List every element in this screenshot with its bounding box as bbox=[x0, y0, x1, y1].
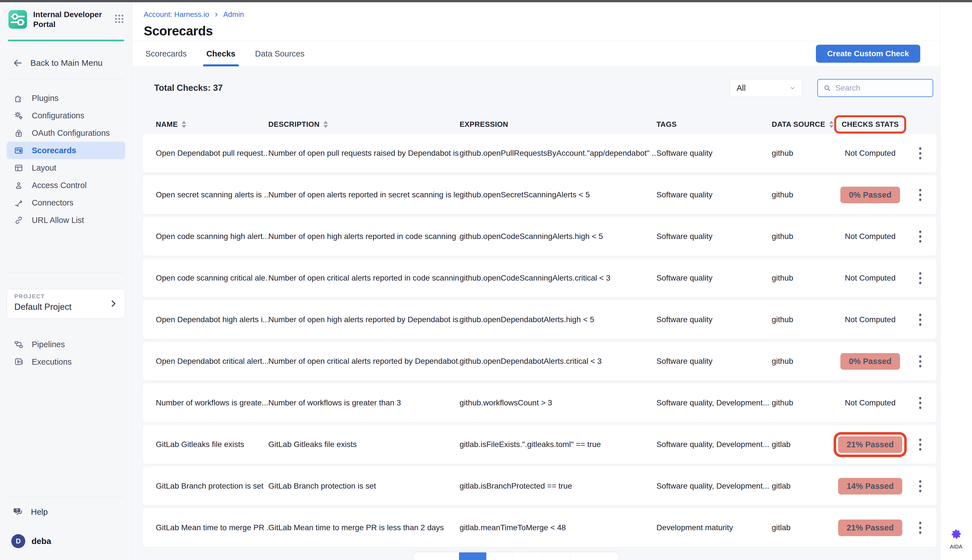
column-header-description: DESCRIPTION bbox=[268, 120, 459, 129]
tab-data-sources[interactable]: Data Sources bbox=[254, 41, 306, 66]
pagination-segment[interactable] bbox=[513, 552, 542, 560]
pagination-active-page[interactable] bbox=[459, 552, 486, 560]
pagination-segment[interactable] bbox=[486, 552, 513, 560]
filter-select[interactable]: All bbox=[730, 79, 802, 97]
check-tags: Software quality bbox=[656, 190, 772, 199]
sidebar-item-connectors[interactable]: Connectors bbox=[7, 194, 125, 212]
sidebar-item-oauth-configurations[interactable]: OAuth Configurations bbox=[7, 124, 125, 142]
row-menu-icon[interactable] bbox=[912, 272, 928, 284]
table-row[interactable]: Open code scanning high alert...Number o… bbox=[143, 217, 937, 256]
table-row[interactable]: Open Dependabot critical alert...Number … bbox=[143, 342, 937, 381]
sort-icon[interactable] bbox=[182, 121, 186, 128]
user-icon bbox=[13, 180, 24, 191]
sidebar-item-label: OAuth Configurations bbox=[32, 128, 110, 138]
row-menu-icon[interactable] bbox=[912, 397, 928, 409]
page-title: Scorecards bbox=[144, 23, 940, 38]
avatar: D bbox=[11, 534, 25, 548]
column-header-data-source: DATA SOURCE bbox=[772, 120, 828, 129]
row-menu-icon[interactable] bbox=[912, 522, 928, 534]
column-label: DATA SOURCE bbox=[772, 120, 825, 129]
pagination-segment[interactable] bbox=[413, 552, 459, 560]
check-tags: Software quality bbox=[656, 273, 772, 283]
checks-stats-cell: Not Computed bbox=[828, 315, 912, 324]
column-header-checks-stats: CHECKS STATS bbox=[828, 120, 912, 129]
app-grid-icon[interactable] bbox=[113, 12, 126, 27]
page-header: Account: Harness.ioAdmin Scorecards Scor… bbox=[132, 2, 940, 67]
table-row[interactable]: Open code scanning critical ale...Number… bbox=[143, 258, 937, 297]
table-row[interactable]: Open Dependabot high alerts i...Number o… bbox=[143, 300, 937, 339]
tab-bar: ScorecardsChecksData SourcesCreate Custo… bbox=[132, 41, 940, 67]
help-button[interactable]: ? Help bbox=[12, 506, 48, 518]
back-to-main-menu[interactable]: Back to Main Menu bbox=[12, 57, 103, 68]
table-row[interactable]: GitLab Mean time to merge PR ...GitLab M… bbox=[143, 508, 937, 547]
pagination-segment[interactable] bbox=[542, 552, 570, 560]
table-row[interactable]: Number of workflows is greate...Number o… bbox=[143, 383, 937, 422]
table-row[interactable]: Open secret scanning alerts is ...Number… bbox=[143, 175, 937, 214]
row-menu-icon[interactable] bbox=[912, 230, 928, 243]
checks-table: Open Dependabot pull request...Number of… bbox=[143, 134, 937, 550]
breadcrumb-link[interactable]: Admin bbox=[223, 10, 244, 19]
sidebar-item-label: Plugins bbox=[32, 93, 58, 103]
divider bbox=[8, 497, 124, 497]
toolbar: Total Checks: 37 All bbox=[154, 79, 933, 97]
row-menu-icon[interactable] bbox=[912, 147, 928, 159]
search-box bbox=[817, 79, 933, 97]
pagination-segment[interactable] bbox=[570, 552, 619, 560]
sort-icon[interactable] bbox=[829, 121, 833, 128]
check-expression: github.openCodeScanningAlerts.critical <… bbox=[459, 273, 656, 283]
project-selector[interactable]: PROJECT Default Project bbox=[7, 289, 125, 319]
sidebar-item-layout[interactable]: Layout bbox=[7, 159, 125, 177]
check-description: Number of open pull requests raised by D… bbox=[268, 149, 459, 158]
sort-icon[interactable] bbox=[324, 121, 328, 128]
check-name: Open Dependabot high alerts i... bbox=[156, 315, 268, 324]
check-tags: Software quality, Development... bbox=[656, 398, 772, 407]
idp-logo-icon bbox=[8, 10, 27, 29]
sidebar-item-configurations[interactable]: Configurations bbox=[7, 107, 125, 124]
sidebar-item-label: URL Allow List bbox=[32, 216, 84, 225]
tab-checks[interactable]: Checks bbox=[205, 41, 237, 66]
scorecard-icon bbox=[13, 145, 24, 156]
breadcrumb-link[interactable]: Account: Harness.io bbox=[144, 10, 209, 19]
check-data-source: gitlab bbox=[772, 440, 828, 449]
row-menu-icon[interactable] bbox=[912, 438, 928, 451]
search-icon bbox=[823, 84, 832, 92]
row-menu-icon[interactable] bbox=[912, 314, 928, 326]
aida-label: AIDA bbox=[950, 544, 962, 550]
row-menu-icon[interactable] bbox=[912, 355, 928, 367]
row-menu-icon[interactable] bbox=[912, 480, 928, 492]
search-input[interactable] bbox=[835, 83, 928, 92]
column-label: NAME bbox=[156, 120, 178, 129]
aida-button[interactable]: AIDA bbox=[940, 527, 972, 550]
chevron-down-icon bbox=[789, 84, 796, 92]
check-name: Open code scanning critical ale... bbox=[156, 273, 268, 283]
aida-flower-icon bbox=[949, 527, 964, 542]
row-menu-icon[interactable] bbox=[912, 189, 928, 201]
checks-panel: Total Checks: 37 All NAMEDESCRIPTIONEXPR… bbox=[132, 67, 940, 560]
check-data-source: github bbox=[772, 315, 828, 324]
status-text: Not Computed bbox=[845, 232, 896, 241]
project-label: PROJECT bbox=[14, 293, 118, 300]
sidebar-item-label: Connectors bbox=[32, 198, 73, 207]
status-badge: 0% Passed bbox=[840, 187, 900, 203]
create-custom-check-button[interactable]: Create Custom Check bbox=[816, 45, 920, 63]
check-description: Number of open high alerts reported by D… bbox=[268, 315, 459, 324]
sidebar-project-nav: PipelinesExecutions bbox=[7, 336, 125, 370]
checks-stats-cell: Not Computed bbox=[828, 232, 912, 241]
sidebar-item-plugins[interactable]: Plugins bbox=[7, 89, 125, 107]
status-text: Not Computed bbox=[845, 149, 896, 158]
sidebar-item-pipelines[interactable]: Pipelines bbox=[7, 336, 125, 353]
check-expression: gitlab.meanTimeToMerge < 48 bbox=[459, 523, 656, 532]
sidebar-item-url-allow-list[interactable]: URL Allow List bbox=[7, 212, 125, 229]
sidebar-item-access-control[interactable]: Access Control bbox=[7, 177, 125, 194]
breadcrumb-chevron-icon bbox=[213, 12, 219, 18]
table-row[interactable]: Open Dependabot pull request...Number of… bbox=[143, 134, 937, 173]
divider bbox=[8, 273, 124, 273]
tab-scorecards[interactable]: Scorecards bbox=[144, 41, 189, 66]
user-menu[interactable]: D deba bbox=[11, 534, 51, 548]
table-row[interactable]: GitLab Gitleaks file existsGitLab Gitlea… bbox=[143, 425, 937, 464]
table-row[interactable]: GitLab Branch protection is setGitLab Br… bbox=[143, 467, 937, 505]
sidebar-item-label: Configurations bbox=[32, 111, 84, 120]
sidebar-item-scorecards[interactable]: Scorecards bbox=[7, 142, 125, 159]
status-badge: 21% Passed bbox=[838, 520, 902, 536]
sidebar-item-executions[interactable]: Executions bbox=[7, 353, 125, 370]
